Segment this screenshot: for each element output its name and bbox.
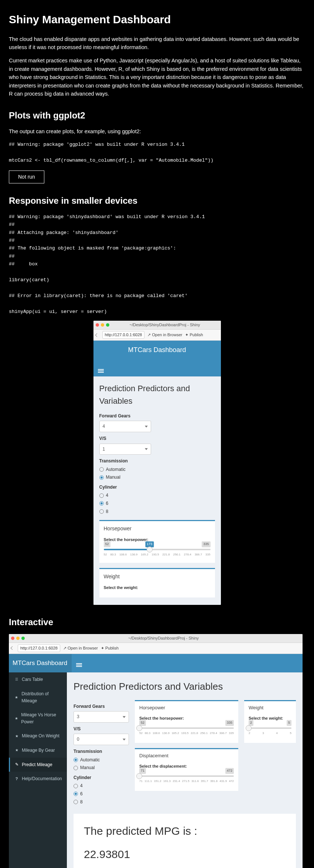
radio-cyl-4[interactable]: 4 xyxy=(99,492,215,499)
publish-button[interactable]: ✦ Publish xyxy=(101,645,119,651)
sidebar-item-help[interactable]: Help/Documentation xyxy=(9,772,67,786)
url-field[interactable]: http://127.0.0.1:6028 xyxy=(102,331,145,339)
radio-cyl-6[interactable]: 6 xyxy=(99,500,215,507)
sidebar-item-mileage-weight[interactable]: Mileage On Weight xyxy=(9,729,67,743)
minimize-icon[interactable] xyxy=(16,637,20,640)
window-title: ~/Desktop/ShinyDashboardProj - Shiny xyxy=(27,635,300,641)
sidebar-toggle[interactable] xyxy=(93,360,221,376)
dp-ticks: 71111.1151.2191.3231.4271.5311.6351.7391… xyxy=(139,779,234,783)
wt-box-title: Weight xyxy=(104,573,211,581)
code-block-2: ## Warning: package 'shinydashboard' was… xyxy=(9,213,305,316)
radio-cyl-8[interactable]: 8 xyxy=(74,799,129,806)
radio-manual[interactable]: Manual xyxy=(99,474,215,481)
wt-slider-label: Select the weight: xyxy=(104,585,211,591)
close-icon[interactable] xyxy=(11,637,14,640)
hamburger-icon xyxy=(98,369,104,370)
figure-interactive: ~/Desktop/ShinyDashboardProj - Shiny htt… xyxy=(9,634,303,868)
question-icon xyxy=(14,776,19,782)
wt-slider[interactable]: 2 5 2345 xyxy=(249,724,291,736)
open-browser-button[interactable]: ↗ Open in Browser xyxy=(63,645,98,651)
dp-slider[interactable]: 71 472 71111.1151.2191.3231.4271.5311.63… xyxy=(139,772,234,784)
vs-select[interactable]: 1 xyxy=(99,444,151,455)
radio-manual[interactable]: Manual xyxy=(74,764,129,771)
hp-ticks-b: 5280.3108.6136.9165.2193.5221.8250.1278.… xyxy=(139,731,234,736)
table-icon xyxy=(14,677,19,682)
back-icon[interactable] xyxy=(96,333,99,337)
sidebar: Cars Table Distribution of Mileage Milea… xyxy=(9,672,67,868)
publish-button[interactable]: ✦ Publish xyxy=(185,332,203,338)
zoom-icon[interactable] xyxy=(106,323,109,327)
radio-automatic[interactable]: Automatic xyxy=(99,466,215,473)
vs-label: V/S xyxy=(99,435,215,442)
code-block-1: ## Warning: package 'ggplot2' was built … xyxy=(9,141,305,164)
hp-box-title: Horsepower xyxy=(104,525,211,533)
radio-icon xyxy=(74,800,78,804)
sidebar-toggle[interactable] xyxy=(72,654,303,672)
horsepower-box: Horsepower Select the horsepower: 52 335… xyxy=(135,700,238,743)
interactive-heading: Interactive xyxy=(9,615,305,629)
minimize-icon[interactable] xyxy=(101,323,104,327)
forward-gears-label: Forward Gears xyxy=(99,413,215,420)
hp-slider-label: Select the horsepower: xyxy=(139,715,234,721)
brand-header: MTCars Dashboard xyxy=(93,341,221,360)
radio-cyl-4[interactable]: 4 xyxy=(74,782,129,789)
transmission-label: Transmission xyxy=(74,748,129,755)
sidebar-item-predict[interactable]: Predict Mileage xyxy=(9,758,67,772)
hp-slider[interactable]: 52 335 5280.3108.6136.9165.2193.5221.825… xyxy=(139,724,234,736)
dp-slider-label: Select the displacement: xyxy=(139,763,234,769)
open-browser-button[interactable]: ↗ Open in Browser xyxy=(147,332,182,338)
sidebar-item-dist-mileage[interactable]: Distribution of Mileage xyxy=(9,687,67,708)
back-icon[interactable] xyxy=(11,646,15,650)
window-titlebar: ~/Desktop/ShinyDashboardProj - Shiny xyxy=(9,634,303,643)
vs-select[interactable]: 0 xyxy=(74,734,129,745)
wt-ticks: 2345 xyxy=(249,731,291,736)
plots-para: The output can create plots, for example… xyxy=(9,127,305,135)
intro-para-1: The cloud has enabled disparate apps and… xyxy=(9,35,305,52)
radio-icon xyxy=(99,467,104,472)
radio-icon xyxy=(99,493,104,498)
sidebar-item-cars-table[interactable]: Cars Table xyxy=(9,672,67,687)
window-title: ~/Desktop/ShinyDashboardProj - Shiny xyxy=(111,322,219,328)
radio-icon xyxy=(74,784,78,788)
pencil-icon xyxy=(14,761,19,768)
figure-responsive: ~/Desktop/ShinyDashboardProj - Shiny htt… xyxy=(93,321,221,604)
plots-heading: Plots with ggplot2 xyxy=(9,108,305,122)
url-field[interactable]: http://127.0.0.1:6028 xyxy=(18,644,60,652)
close-icon[interactable] xyxy=(96,323,99,327)
window-titlebar: ~/Desktop/ShinyDashboardProj - Shiny xyxy=(93,321,221,330)
hp-slider[interactable]: 52 173 335 5280.3108.6136.9165.2193.5221… xyxy=(104,545,211,558)
radio-cyl-6[interactable]: 6 xyxy=(74,790,129,798)
horsepower-box: Horsepower Select the horsepower: 52 173… xyxy=(99,520,215,563)
hp-box-title: Horsepower xyxy=(139,704,234,712)
wt-max: 5 xyxy=(287,720,291,726)
radio-cyl-8[interactable]: 8 xyxy=(99,508,215,515)
weight-box: Weight Select the weight: 2 5 2345 xyxy=(244,700,296,743)
radio-icon xyxy=(74,792,78,796)
sidebar-item-mileage-hp[interactable]: Mileage Vs Horse Power xyxy=(9,708,67,729)
hp-max: 335 xyxy=(225,720,234,726)
dp-box-title: Displacement xyxy=(139,752,234,760)
not-run-button[interactable]: Not run xyxy=(9,170,44,184)
content-title: Prediction Predictors and Variables xyxy=(99,382,215,407)
star-icon xyxy=(14,716,18,721)
cylinder-label: Cylinder xyxy=(74,774,129,781)
star-icon xyxy=(14,695,18,700)
transmission-label: Transmission xyxy=(99,458,215,465)
zoom-icon[interactable] xyxy=(21,637,25,640)
page-title: Shiny Management Dashboard xyxy=(9,11,305,28)
radio-icon xyxy=(99,509,104,514)
forward-gears-select[interactable]: 4 xyxy=(99,421,151,432)
star-icon xyxy=(14,747,19,753)
responsive-heading: Responsive in smaller devices xyxy=(9,194,305,207)
radio-automatic[interactable]: Automatic xyxy=(74,757,129,764)
wt-slider-label: Select the weight: xyxy=(249,715,291,721)
radio-icon xyxy=(74,766,78,770)
radio-icon xyxy=(99,475,104,480)
sidebar-item-mileage-gear[interactable]: Mileage By Gear xyxy=(9,743,67,758)
weight-box: Weight Select the weight: xyxy=(99,568,215,597)
brand-header: MTCars Dashboard xyxy=(9,654,72,672)
hp-min: 52 xyxy=(104,541,110,547)
forward-gears-select[interactable]: 3 xyxy=(74,711,129,723)
forward-gears-label: Forward Gears xyxy=(74,703,129,710)
intro-para-2: Current market practices make use of Pyt… xyxy=(9,56,305,98)
